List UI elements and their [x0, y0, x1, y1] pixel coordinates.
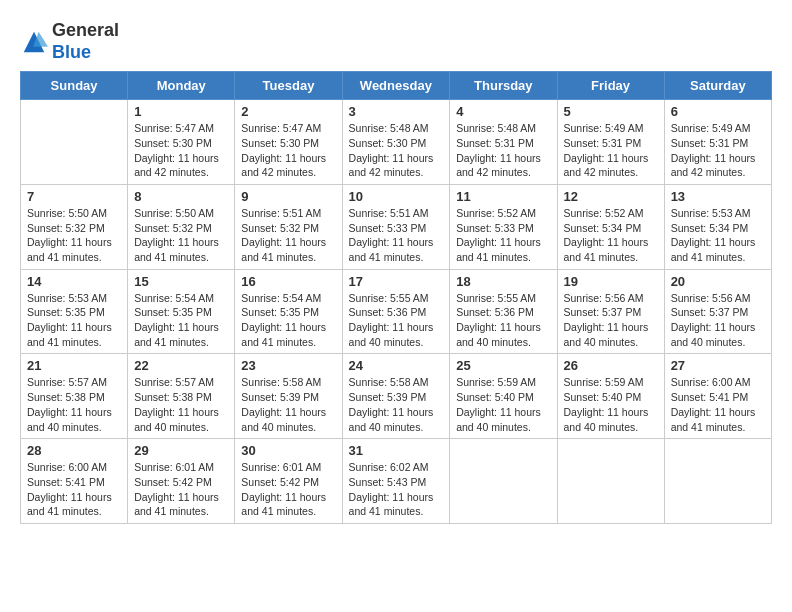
day-number: 6 — [671, 104, 765, 119]
day-info: Sunrise: 5:50 AM Sunset: 5:32 PM Dayligh… — [27, 206, 121, 265]
day-number: 29 — [134, 443, 228, 458]
day-info: Sunrise: 6:00 AM Sunset: 5:41 PM Dayligh… — [27, 460, 121, 519]
calendar-cell: 30Sunrise: 6:01 AM Sunset: 5:42 PM Dayli… — [235, 439, 342, 524]
day-number: 7 — [27, 189, 121, 204]
day-info: Sunrise: 5:47 AM Sunset: 5:30 PM Dayligh… — [134, 121, 228, 180]
day-number: 3 — [349, 104, 444, 119]
day-number: 27 — [671, 358, 765, 373]
day-info: Sunrise: 5:53 AM Sunset: 5:34 PM Dayligh… — [671, 206, 765, 265]
day-number: 9 — [241, 189, 335, 204]
calendar-cell: 31Sunrise: 6:02 AM Sunset: 5:43 PM Dayli… — [342, 439, 450, 524]
day-info: Sunrise: 5:53 AM Sunset: 5:35 PM Dayligh… — [27, 291, 121, 350]
day-header-monday: Monday — [128, 72, 235, 100]
calendar-header-row: SundayMondayTuesdayWednesdayThursdayFrid… — [21, 72, 772, 100]
day-info: Sunrise: 5:54 AM Sunset: 5:35 PM Dayligh… — [241, 291, 335, 350]
logo-general-text: General — [52, 20, 119, 40]
day-header-wednesday: Wednesday — [342, 72, 450, 100]
calendar-week-row: 1Sunrise: 5:47 AM Sunset: 5:30 PM Daylig… — [21, 100, 772, 185]
day-info: Sunrise: 5:48 AM Sunset: 5:30 PM Dayligh… — [349, 121, 444, 180]
day-number: 26 — [564, 358, 658, 373]
calendar-cell: 21Sunrise: 5:57 AM Sunset: 5:38 PM Dayli… — [21, 354, 128, 439]
calendar-cell: 29Sunrise: 6:01 AM Sunset: 5:42 PM Dayli… — [128, 439, 235, 524]
logo-icon — [20, 28, 48, 56]
day-header-sunday: Sunday — [21, 72, 128, 100]
day-number: 30 — [241, 443, 335, 458]
calendar-cell: 20Sunrise: 5:56 AM Sunset: 5:37 PM Dayli… — [664, 269, 771, 354]
calendar-cell: 14Sunrise: 5:53 AM Sunset: 5:35 PM Dayli… — [21, 269, 128, 354]
calendar-cell: 16Sunrise: 5:54 AM Sunset: 5:35 PM Dayli… — [235, 269, 342, 354]
calendar-cell: 1Sunrise: 5:47 AM Sunset: 5:30 PM Daylig… — [128, 100, 235, 185]
calendar-cell: 17Sunrise: 5:55 AM Sunset: 5:36 PM Dayli… — [342, 269, 450, 354]
calendar-cell — [21, 100, 128, 185]
calendar-cell: 19Sunrise: 5:56 AM Sunset: 5:37 PM Dayli… — [557, 269, 664, 354]
calendar-cell: 12Sunrise: 5:52 AM Sunset: 5:34 PM Dayli… — [557, 184, 664, 269]
day-info: Sunrise: 5:58 AM Sunset: 5:39 PM Dayligh… — [349, 375, 444, 434]
calendar-cell: 5Sunrise: 5:49 AM Sunset: 5:31 PM Daylig… — [557, 100, 664, 185]
calendar-cell: 10Sunrise: 5:51 AM Sunset: 5:33 PM Dayli… — [342, 184, 450, 269]
day-info: Sunrise: 5:49 AM Sunset: 5:31 PM Dayligh… — [564, 121, 658, 180]
calendar-cell: 3Sunrise: 5:48 AM Sunset: 5:30 PM Daylig… — [342, 100, 450, 185]
day-info: Sunrise: 5:55 AM Sunset: 5:36 PM Dayligh… — [456, 291, 550, 350]
day-number: 1 — [134, 104, 228, 119]
day-number: 2 — [241, 104, 335, 119]
day-number: 28 — [27, 443, 121, 458]
calendar-cell — [557, 439, 664, 524]
day-info: Sunrise: 5:59 AM Sunset: 5:40 PM Dayligh… — [564, 375, 658, 434]
day-info: Sunrise: 5:52 AM Sunset: 5:34 PM Dayligh… — [564, 206, 658, 265]
day-number: 11 — [456, 189, 550, 204]
day-number: 4 — [456, 104, 550, 119]
calendar-cell: 18Sunrise: 5:55 AM Sunset: 5:36 PM Dayli… — [450, 269, 557, 354]
calendar-cell: 15Sunrise: 5:54 AM Sunset: 5:35 PM Dayli… — [128, 269, 235, 354]
day-info: Sunrise: 6:01 AM Sunset: 5:42 PM Dayligh… — [134, 460, 228, 519]
day-info: Sunrise: 5:51 AM Sunset: 5:33 PM Dayligh… — [349, 206, 444, 265]
day-info: Sunrise: 5:54 AM Sunset: 5:35 PM Dayligh… — [134, 291, 228, 350]
calendar-cell — [664, 439, 771, 524]
day-number: 19 — [564, 274, 658, 289]
day-header-friday: Friday — [557, 72, 664, 100]
calendar-cell: 24Sunrise: 5:58 AM Sunset: 5:39 PM Dayli… — [342, 354, 450, 439]
calendar-cell: 13Sunrise: 5:53 AM Sunset: 5:34 PM Dayli… — [664, 184, 771, 269]
calendar-cell: 7Sunrise: 5:50 AM Sunset: 5:32 PM Daylig… — [21, 184, 128, 269]
calendar-week-row: 14Sunrise: 5:53 AM Sunset: 5:35 PM Dayli… — [21, 269, 772, 354]
calendar-cell: 26Sunrise: 5:59 AM Sunset: 5:40 PM Dayli… — [557, 354, 664, 439]
calendar-week-row: 21Sunrise: 5:57 AM Sunset: 5:38 PM Dayli… — [21, 354, 772, 439]
day-number: 20 — [671, 274, 765, 289]
day-info: Sunrise: 6:01 AM Sunset: 5:42 PM Dayligh… — [241, 460, 335, 519]
day-info: Sunrise: 5:57 AM Sunset: 5:38 PM Dayligh… — [27, 375, 121, 434]
day-info: Sunrise: 5:58 AM Sunset: 5:39 PM Dayligh… — [241, 375, 335, 434]
calendar-cell: 28Sunrise: 6:00 AM Sunset: 5:41 PM Dayli… — [21, 439, 128, 524]
day-header-thursday: Thursday — [450, 72, 557, 100]
day-info: Sunrise: 5:59 AM Sunset: 5:40 PM Dayligh… — [456, 375, 550, 434]
day-number: 13 — [671, 189, 765, 204]
calendar-cell: 9Sunrise: 5:51 AM Sunset: 5:32 PM Daylig… — [235, 184, 342, 269]
day-header-saturday: Saturday — [664, 72, 771, 100]
day-number: 8 — [134, 189, 228, 204]
calendar-table: SundayMondayTuesdayWednesdayThursdayFrid… — [20, 71, 772, 524]
calendar-cell: 4Sunrise: 5:48 AM Sunset: 5:31 PM Daylig… — [450, 100, 557, 185]
calendar-cell: 23Sunrise: 5:58 AM Sunset: 5:39 PM Dayli… — [235, 354, 342, 439]
logo: General Blue — [20, 20, 119, 63]
day-info: Sunrise: 5:48 AM Sunset: 5:31 PM Dayligh… — [456, 121, 550, 180]
day-number: 18 — [456, 274, 550, 289]
day-number: 12 — [564, 189, 658, 204]
day-info: Sunrise: 5:56 AM Sunset: 5:37 PM Dayligh… — [564, 291, 658, 350]
page-header: General Blue — [20, 20, 772, 63]
day-info: Sunrise: 5:55 AM Sunset: 5:36 PM Dayligh… — [349, 291, 444, 350]
calendar-cell: 25Sunrise: 5:59 AM Sunset: 5:40 PM Dayli… — [450, 354, 557, 439]
day-info: Sunrise: 6:00 AM Sunset: 5:41 PM Dayligh… — [671, 375, 765, 434]
day-number: 23 — [241, 358, 335, 373]
day-number: 5 — [564, 104, 658, 119]
day-number: 16 — [241, 274, 335, 289]
calendar-cell: 8Sunrise: 5:50 AM Sunset: 5:32 PM Daylig… — [128, 184, 235, 269]
logo-blue-text: Blue — [52, 42, 91, 62]
day-info: Sunrise: 6:02 AM Sunset: 5:43 PM Dayligh… — [349, 460, 444, 519]
day-info: Sunrise: 5:47 AM Sunset: 5:30 PM Dayligh… — [241, 121, 335, 180]
calendar-cell: 6Sunrise: 5:49 AM Sunset: 5:31 PM Daylig… — [664, 100, 771, 185]
day-number: 25 — [456, 358, 550, 373]
calendar-cell — [450, 439, 557, 524]
day-number: 31 — [349, 443, 444, 458]
day-header-tuesday: Tuesday — [235, 72, 342, 100]
day-info: Sunrise: 5:57 AM Sunset: 5:38 PM Dayligh… — [134, 375, 228, 434]
day-info: Sunrise: 5:56 AM Sunset: 5:37 PM Dayligh… — [671, 291, 765, 350]
day-number: 15 — [134, 274, 228, 289]
